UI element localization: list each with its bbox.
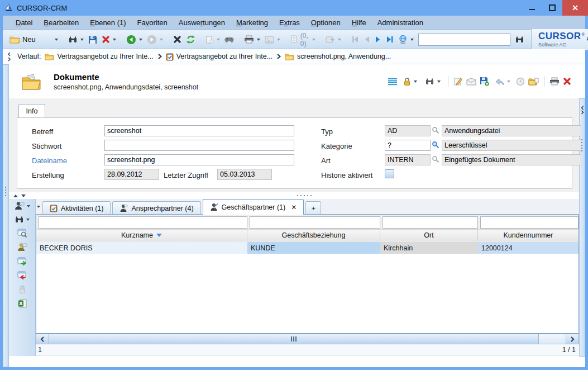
assign-button[interactable] xyxy=(17,257,27,266)
filter-input-ort[interactable] xyxy=(383,216,478,229)
cancel-button[interactable] xyxy=(171,34,184,45)
menu-datei[interactable]: Datei xyxy=(11,16,37,29)
minimize-button[interactable] xyxy=(522,2,542,14)
kategorie-key-input[interactable] xyxy=(385,140,431,151)
scrollbar-page-area[interactable] xyxy=(538,334,566,344)
tab-geschaeftspartner[interactable]: Geschäftspartner (1) ✕ xyxy=(203,199,304,215)
scroll-left-button[interactable] xyxy=(36,334,49,344)
quick-search-input[interactable] xyxy=(418,34,510,46)
save-button[interactable] xyxy=(86,34,99,46)
betreff-input[interactable] xyxy=(104,125,294,136)
filter-input-kundennummer[interactable] xyxy=(480,216,579,229)
menu-optionen[interactable]: Optionen xyxy=(306,16,346,29)
horizontal-scrollbar[interactable] xyxy=(36,334,579,344)
menu-extras[interactable]: Extras xyxy=(274,16,305,29)
column-header-ort[interactable]: Ort xyxy=(380,229,478,241)
unassign-button[interactable] xyxy=(17,271,27,280)
nav-last-button[interactable] xyxy=(384,34,396,45)
selection-counter-button[interactable]: (0, 0) xyxy=(288,30,318,49)
right-splitter-strip[interactable] xyxy=(579,98,585,357)
back-dropdown-icon[interactable] xyxy=(139,39,142,41)
gamepad-button[interactable] xyxy=(222,35,236,45)
global-search-button[interactable] xyxy=(396,33,416,46)
table-cell-kurzname[interactable]: BECKER DORIS xyxy=(36,242,247,254)
window-search-button[interactable] xyxy=(17,229,27,238)
nav-first-button[interactable] xyxy=(349,34,361,45)
column-header-kundennummer[interactable]: Kundennummer xyxy=(478,229,579,241)
menu-bearbeiten[interactable]: Bearbeiten xyxy=(39,16,84,29)
menu-administration[interactable]: Administration xyxy=(372,16,428,29)
table-cell-kundennummer[interactable]: 12000124 xyxy=(478,242,579,254)
tab-list-dropdown-icon[interactable] xyxy=(37,206,40,208)
filter-input-kurzname[interactable] xyxy=(39,216,247,229)
menu-hamburger-icon[interactable] xyxy=(388,78,398,86)
right-collapse-icon[interactable] xyxy=(580,106,585,115)
scrollbar-thumb[interactable] xyxy=(49,334,538,344)
record-search-dropdown-icon[interactable] xyxy=(437,80,441,83)
send-mail-button[interactable] xyxy=(466,78,476,86)
stichwort-input[interactable] xyxy=(104,140,294,151)
vip-partner-button[interactable] xyxy=(17,243,27,252)
lock-button[interactable] xyxy=(401,75,419,88)
lock-dropdown-icon[interactable] xyxy=(414,80,417,83)
tab-ansprechpartner[interactable]: Ansprechpartner (4) xyxy=(112,201,200,215)
horizontal-splitter[interactable] xyxy=(9,192,579,199)
save-as-button[interactable] xyxy=(480,77,489,86)
copy-folder-button[interactable] xyxy=(528,77,539,86)
tab-aktivitaeten[interactable]: Aktivitäten (1) xyxy=(42,201,111,215)
filter-input-geschaeftsbeziehung[interactable] xyxy=(250,216,380,229)
partner-chart-button[interactable] xyxy=(14,201,30,211)
global-search-dropdown-icon[interactable] xyxy=(410,39,414,41)
table-cell-ort[interactable]: Kirchhain xyxy=(380,242,478,254)
back-button[interactable] xyxy=(124,33,145,46)
reply-button[interactable] xyxy=(493,76,513,87)
scroll-right-button[interactable] xyxy=(566,334,579,344)
side-search-button[interactable] xyxy=(15,216,30,224)
refresh-button[interactable] xyxy=(184,33,198,46)
edit-button[interactable] xyxy=(453,77,463,86)
reply-dropdown-icon[interactable] xyxy=(507,80,510,83)
tab-add-button[interactable]: + xyxy=(305,201,321,215)
nav-prev-button[interactable] xyxy=(361,34,372,45)
side-search-dropdown-icon[interactable] xyxy=(26,219,30,221)
history-collapse-icon[interactable] xyxy=(7,52,11,61)
record-search-button[interactable] xyxy=(423,76,443,87)
image-dropdown-icon[interactable] xyxy=(277,39,280,41)
tab-info[interactable]: Info xyxy=(18,104,45,118)
typ-lookup-icon[interactable] xyxy=(432,126,439,134)
export-dropdown-icon[interactable] xyxy=(338,39,341,41)
dateiname-input[interactable] xyxy=(104,154,294,165)
menu-auswertungen[interactable]: Auswertungen xyxy=(174,16,230,29)
dateiname-link-label[interactable]: Dateiname xyxy=(32,156,67,165)
quick-search-go-button[interactable] xyxy=(513,34,527,45)
new-dropdown-icon[interactable] xyxy=(55,39,58,41)
splitter-collapse-up-icon[interactable] xyxy=(13,195,18,197)
kategorie-lookup-icon[interactable] xyxy=(432,141,439,149)
column-header-geschaeftsbeziehung[interactable]: Geschäftsbeziehung xyxy=(247,229,380,241)
nav-next-button[interactable] xyxy=(372,34,384,45)
record-delete-button[interactable] xyxy=(563,77,571,86)
menu-hilfe[interactable]: Hilfe xyxy=(347,16,371,29)
menu-favoriten[interactable]: Favoriten xyxy=(132,16,173,29)
excel-export-button[interactable] xyxy=(18,299,27,308)
table-cell-geschaeftsbeziehung[interactable]: KUNDE xyxy=(247,242,380,254)
history-item-1[interactable]: Vertragsangebot zu Ihrer Inte... xyxy=(45,53,153,60)
export-button[interactable] xyxy=(323,34,343,45)
forward-button[interactable] xyxy=(145,33,165,46)
new-button[interactable]: Neu xyxy=(7,34,60,45)
print-button[interactable] xyxy=(242,34,262,45)
forward-dropdown-icon[interactable] xyxy=(160,39,163,41)
counter-dropdown-icon[interactable] xyxy=(312,39,315,41)
delete-button[interactable] xyxy=(99,34,118,45)
menu-marketing[interactable]: Marketing xyxy=(231,16,273,29)
history-item-3[interactable]: screenshot.png, Anwendung... xyxy=(285,53,391,60)
record-print-button[interactable] xyxy=(549,77,560,86)
search-dropdown-icon[interactable] xyxy=(80,39,84,41)
column-header-kurzname[interactable]: Kurzname xyxy=(36,229,247,241)
maximize-button[interactable] xyxy=(542,2,562,14)
tab-close-icon[interactable]: ✕ xyxy=(291,203,297,211)
side-lock-button[interactable] xyxy=(18,285,26,294)
menu-ebenen[interactable]: Ebenen (1) xyxy=(85,16,131,29)
splitter-collapse-down-icon[interactable] xyxy=(21,195,26,197)
print-dropdown-icon[interactable] xyxy=(257,39,260,41)
